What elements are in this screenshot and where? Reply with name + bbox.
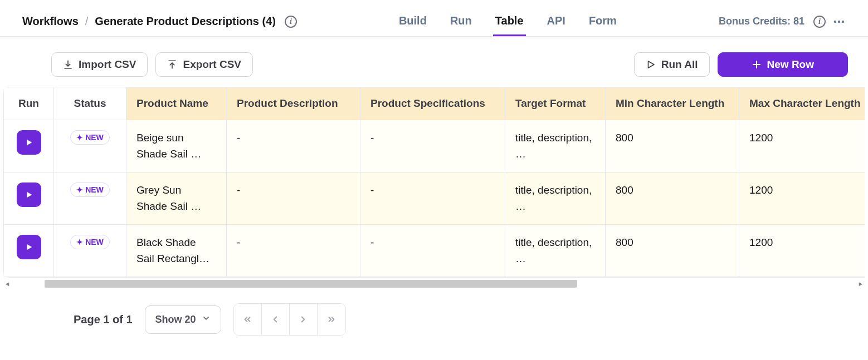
svg-point-0 bbox=[834, 20, 836, 22]
tab-table[interactable]: Table bbox=[493, 7, 526, 36]
download-icon bbox=[63, 60, 73, 70]
breadcrumb-root[interactable]: Workflows bbox=[22, 15, 79, 28]
scroll-left-arrow-icon[interactable]: ◄ bbox=[3, 280, 11, 287]
column-header[interactable]: Status bbox=[54, 87, 126, 120]
run-all-button[interactable]: Run All bbox=[634, 52, 710, 77]
status-text: NEW bbox=[85, 133, 104, 142]
upload-icon bbox=[167, 60, 177, 70]
credits-info-icon[interactable]: i bbox=[813, 16, 826, 28]
status-cell: ✦NEW bbox=[54, 225, 126, 277]
column-header[interactable]: Run bbox=[4, 87, 54, 120]
data-cell[interactable]: - bbox=[360, 120, 505, 172]
data-cell[interactable]: Grey Sun Shade Sail … bbox=[126, 172, 227, 225]
next-page-button[interactable] bbox=[290, 304, 318, 335]
status-cell: ✦NEW bbox=[54, 120, 126, 172]
sparkle-icon: ✦ bbox=[76, 133, 83, 142]
run-all-label: Run All bbox=[661, 58, 698, 71]
column-header[interactable]: Max Character Length bbox=[739, 87, 865, 120]
export-csv-button[interactable]: Export CSV bbox=[155, 52, 253, 77]
chevron-down-icon bbox=[202, 314, 211, 326]
data-cell[interactable]: - bbox=[227, 120, 360, 172]
table-row: ✦NEWGrey Sun Shade Sail …--title, descri… bbox=[4, 172, 865, 225]
data-cell[interactable]: 1200 bbox=[739, 120, 865, 172]
data-table: RunStatusProduct NameProduct Description… bbox=[3, 87, 865, 278]
sparkle-icon: ✦ bbox=[76, 238, 83, 246]
table-row: ✦NEWBlack Shade Sail Rectangl…--title, d… bbox=[4, 225, 865, 277]
tab-build[interactable]: Build bbox=[397, 7, 429, 36]
svg-marker-3 bbox=[648, 61, 654, 68]
scrollbar-thumb[interactable] bbox=[45, 280, 577, 288]
sparkle-icon: ✦ bbox=[76, 185, 83, 194]
breadcrumb-separator: / bbox=[85, 15, 89, 28]
scroll-right-arrow-icon[interactable]: ► bbox=[857, 280, 865, 287]
data-cell[interactable]: 1200 bbox=[739, 172, 865, 225]
status-badge: ✦NEW bbox=[70, 235, 110, 249]
status-text: NEW bbox=[85, 185, 104, 194]
bonus-credits-label: Bonus Credits: 81 bbox=[719, 16, 804, 27]
data-cell[interactable]: - bbox=[360, 172, 505, 225]
data-cell[interactable]: 800 bbox=[606, 225, 739, 277]
prev-page-button[interactable] bbox=[262, 304, 290, 335]
import-csv-label: Import CSV bbox=[79, 58, 136, 71]
data-cell[interactable]: Black Shade Sail Rectangl… bbox=[126, 225, 227, 277]
tab-api[interactable]: API bbox=[545, 7, 568, 36]
status-badge: ✦NEW bbox=[70, 130, 110, 145]
table-row: ✦NEWBeige sun Shade Sail …--title, descr… bbox=[4, 120, 865, 172]
data-cell[interactable]: - bbox=[360, 225, 505, 277]
page-indicator: Page 1 of 1 bbox=[74, 313, 133, 326]
svg-point-2 bbox=[842, 20, 844, 22]
data-cell[interactable]: 1200 bbox=[739, 225, 865, 277]
run-cell bbox=[4, 172, 54, 225]
table-body: ✦NEWBeige sun Shade Sail …--title, descr… bbox=[4, 120, 865, 277]
more-menu-button[interactable] bbox=[832, 15, 846, 28]
table-scroll-container[interactable]: RunStatusProduct NameProduct Description… bbox=[3, 87, 865, 278]
svg-marker-5 bbox=[27, 192, 32, 198]
column-header[interactable]: Product Specifications bbox=[360, 87, 505, 120]
data-cell[interactable]: - bbox=[227, 172, 360, 225]
status-text: NEW bbox=[85, 238, 104, 246]
data-cell[interactable]: 800 bbox=[606, 172, 739, 225]
new-row-button[interactable]: New Row bbox=[718, 52, 848, 77]
breadcrumb: Workflows / Generate Product Description… bbox=[22, 15, 297, 28]
status-cell: ✦NEW bbox=[54, 172, 126, 225]
tab-form[interactable]: Form bbox=[587, 7, 619, 36]
data-cell[interactable]: title, description, … bbox=[505, 120, 606, 172]
import-csv-button[interactable]: Import CSV bbox=[51, 52, 148, 77]
page-size-label: Show 20 bbox=[155, 314, 196, 326]
column-header[interactable]: Min Character Length bbox=[606, 87, 739, 120]
run-cell bbox=[4, 225, 54, 277]
toolbar: Import CSV Export CSV Run All New Row bbox=[0, 37, 868, 87]
last-page-button[interactable] bbox=[318, 304, 345, 335]
data-cell[interactable]: - bbox=[227, 225, 360, 277]
data-cell[interactable]: Beige sun Shade Sail … bbox=[126, 120, 227, 172]
column-header[interactable]: Product Name bbox=[126, 87, 227, 120]
data-cell[interactable]: title, description, … bbox=[505, 172, 606, 225]
column-header[interactable]: Target Format bbox=[505, 87, 606, 120]
pager-buttons bbox=[233, 303, 346, 336]
svg-marker-6 bbox=[27, 244, 32, 250]
tab-run[interactable]: Run bbox=[448, 7, 474, 36]
plus-icon bbox=[752, 60, 762, 70]
header-right: Bonus Credits: 81 i bbox=[719, 15, 846, 28]
status-badge: ✦NEW bbox=[70, 183, 110, 197]
column-header[interactable]: Product Description bbox=[227, 87, 360, 120]
top-bar: Workflows / Generate Product Description… bbox=[0, 0, 868, 37]
table-header-row: RunStatusProduct NameProduct Description… bbox=[4, 87, 865, 120]
run-row-button[interactable] bbox=[17, 130, 41, 155]
play-outline-icon bbox=[646, 60, 656, 70]
svg-marker-4 bbox=[27, 140, 32, 146]
data-cell[interactable]: title, description, … bbox=[505, 225, 606, 277]
data-cell[interactable]: 800 bbox=[606, 120, 739, 172]
horizontal-scrollbar[interactable]: ◄ ► bbox=[3, 280, 865, 288]
info-icon[interactable]: i bbox=[285, 16, 297, 28]
new-row-label: New Row bbox=[767, 58, 814, 71]
tab-bar: BuildRunTableAPIForm bbox=[397, 7, 619, 36]
svg-point-1 bbox=[838, 20, 840, 22]
breadcrumb-current: Generate Product Descriptions (4) bbox=[95, 15, 276, 28]
page-size-select[interactable]: Show 20 bbox=[145, 305, 221, 334]
run-row-button[interactable] bbox=[17, 183, 41, 207]
run-cell bbox=[4, 120, 54, 172]
run-row-button[interactable] bbox=[17, 235, 41, 259]
export-csv-label: Export CSV bbox=[183, 58, 241, 71]
first-page-button[interactable] bbox=[234, 304, 262, 335]
